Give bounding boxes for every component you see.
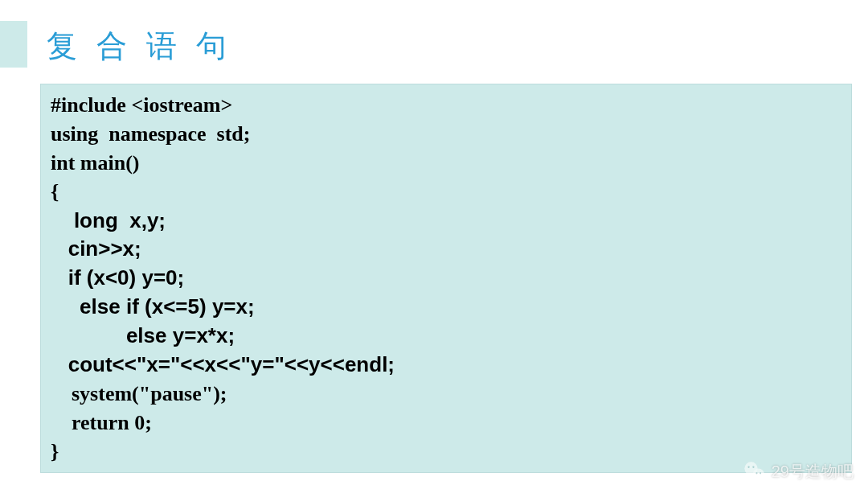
code-line: cin>>x; bbox=[51, 235, 841, 264]
wechat-icon bbox=[743, 460, 765, 483]
watermark-text: 29号造物吧 bbox=[772, 461, 854, 483]
code-line: system("pause"); bbox=[51, 380, 841, 409]
code-line: } bbox=[51, 438, 841, 466]
svg-point-4 bbox=[755, 472, 757, 474]
code-line: { bbox=[51, 178, 841, 207]
slide-title: 复合语句 bbox=[27, 21, 246, 68]
code-line: else y=x*x; bbox=[51, 322, 841, 351]
code-line: int main() bbox=[51, 149, 841, 178]
svg-point-3 bbox=[752, 466, 754, 468]
code-line: if (x<0) y=0; bbox=[51, 264, 841, 293]
code-line: else if (x<=5) y=x; bbox=[51, 293, 841, 322]
slide-title-row: 复合语句 bbox=[0, 0, 868, 68]
code-line: cout<<"x="<<x<<"y="<<y<<endl; bbox=[51, 351, 841, 380]
code-line: #include <iostream> bbox=[51, 91, 841, 120]
code-line: using namespace std; bbox=[51, 120, 841, 149]
code-block: #include <iostream> using namespace std;… bbox=[40, 84, 852, 473]
code-line: long x,y; bbox=[51, 207, 841, 236]
code-line: return 0; bbox=[51, 409, 841, 438]
title-accent-bar bbox=[0, 21, 27, 68]
svg-point-5 bbox=[760, 472, 761, 474]
svg-point-1 bbox=[753, 469, 764, 480]
watermark: 29号造物吧 bbox=[743, 460, 854, 483]
svg-point-2 bbox=[747, 466, 749, 468]
